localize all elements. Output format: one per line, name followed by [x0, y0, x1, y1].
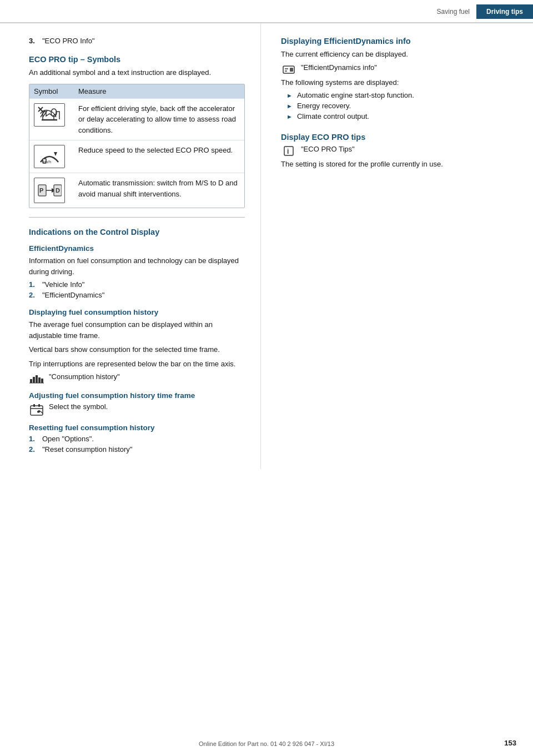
- svg-marker-10: [54, 152, 57, 156]
- step-3-text: "ECO PRO Info": [42, 37, 94, 45]
- step-1-item: 1. "Vehicle Info": [29, 280, 245, 289]
- displaying-efficient-title: Displaying EfficientDynamics info: [281, 37, 511, 46]
- step-3-item: 3. "ECO PRO Info": [29, 37, 245, 45]
- symbol-table: Symbol Measure: [29, 84, 245, 209]
- efficient-info-label: "EfficientDynamics info": [301, 63, 377, 72]
- indications-title: Indications on the Control Display: [29, 228, 245, 236]
- svg-rect-19: [36, 375, 38, 383]
- eco-pro-tip-title: ECO PRO tip – Symbols: [29, 55, 245, 64]
- header-saving-fuel: Saving fuel: [437, 8, 476, 16]
- table-row: For efficient driving style, back off th…: [29, 98, 244, 140]
- transmission-svg: P D: [37, 180, 62, 200]
- speed-icon-box: km/h: [34, 145, 65, 168]
- step-1-text: "Vehicle Info": [42, 280, 84, 289]
- efficient-info-row: "EfficientDynamics info": [281, 63, 511, 74]
- table-row: km/h Reduce speed to the selected ECO PR…: [29, 140, 244, 173]
- consumption-history-row: "Consumption history": [29, 372, 245, 384]
- eco-tips-label: "ECO PRO Tips": [301, 145, 355, 153]
- bar-chart-icon: [29, 374, 44, 384]
- svg-text:i: i: [287, 148, 289, 155]
- bullet-text-3: Climate control output.: [297, 112, 369, 120]
- table-row-text-3: Automatic transmission: switch from M/S …: [78, 178, 240, 199]
- resetting-fuel-title: Resetting fuel consumption history: [29, 424, 245, 432]
- eco-tips-icon: i: [281, 146, 296, 156]
- displaying-fuel-p2: Vertical bars show consumption for the s…: [29, 344, 245, 355]
- bullet-text-1: Automatic engine start-stop function.: [297, 91, 414, 99]
- table-row-text-2: Reduce speed to the selected ECO PRO spe…: [78, 145, 240, 156]
- info-icon: i: [284, 146, 294, 156]
- symbol-table-header: Symbol Measure: [29, 84, 244, 98]
- bullet-arrow-3: ►: [286, 113, 293, 120]
- svg-rect-21: [41, 379, 43, 383]
- bullet-item-2: ► Energy recovery.: [281, 102, 511, 110]
- following-systems-text: The following systems are displayed:: [281, 77, 511, 88]
- displaying-fuel-title: Displaying fuel consumption history: [29, 308, 245, 316]
- svg-text:P: P: [39, 187, 43, 194]
- displaying-efficient-desc: The current efficiency can be displayed.: [281, 49, 511, 60]
- consumption-history-label: "Consumption history": [49, 372, 120, 381]
- reset-step-2-label: 2.: [29, 445, 38, 453]
- step-1-label: 1.: [29, 280, 38, 289]
- page-header: Saving fuel Driving tips: [0, 0, 533, 23]
- reset-step-1-label: 1.: [29, 435, 38, 443]
- col-measure: Measure: [78, 87, 240, 95]
- calendar-icon: [29, 404, 44, 416]
- adjusting-fuel-title: Adjusting fuel consumption history time …: [29, 391, 245, 400]
- step-2-label: 2.: [29, 291, 38, 299]
- svg-rect-20: [38, 377, 41, 383]
- right-column: Displaying EfficientDynamics info The cu…: [261, 23, 533, 469]
- col-symbol: Symbol: [34, 87, 78, 95]
- efficient-dynamics-sub: EfficientDynamics: [29, 244, 245, 253]
- svg-rect-17: [30, 379, 32, 383]
- symbol-icon-transmission: P D: [34, 178, 78, 203]
- svg-text:km/h: km/h: [43, 160, 51, 164]
- transmission-icon-box: P D: [34, 178, 65, 203]
- adjusting-fuel-text: Select the symbol.: [49, 402, 108, 411]
- left-column: 3. "ECO PRO Info" ECO PRO tip – Symbols …: [0, 23, 261, 469]
- table-row-text-1: For efficient driving style, back off th…: [78, 103, 240, 136]
- svg-rect-26: [38, 404, 40, 407]
- bullet-item-3: ► Climate control output.: [281, 112, 511, 120]
- reset-step-2-item: 2. "Reset consumption history": [29, 445, 245, 453]
- svg-rect-18: [33, 377, 35, 383]
- bullet-arrow-2: ►: [286, 103, 293, 110]
- step-2-item: 2. "EfficientDynamics": [29, 291, 245, 299]
- bullet-arrow-1: ►: [286, 92, 293, 99]
- adjusting-fuel-row: Select the symbol.: [29, 402, 245, 416]
- symbol-icon-speed: km/h: [34, 145, 78, 168]
- svg-rect-23: [31, 406, 43, 415]
- reset-step-2-text: "Reset consumption history": [42, 445, 132, 453]
- efficient-info-icon: [281, 64, 296, 74]
- footer-page-number: 153: [504, 739, 516, 747]
- efficient-dynamics-desc: Information on fuel consumption and tech…: [29, 255, 245, 277]
- svg-rect-31: [290, 68, 293, 72]
- displaying-fuel-p1: The average fuel consumption can be disp…: [29, 319, 245, 341]
- svg-text:D: D: [56, 187, 60, 194]
- speed-svg: km/h: [37, 148, 62, 165]
- footer: Online Edition for Part no. 01 40 2 926 …: [0, 740, 533, 747]
- table-row: P D Automatic transmission: switch from …: [29, 173, 244, 208]
- reset-step-1-text: Open "Options".: [42, 435, 94, 443]
- step-3-label: 3.: [29, 37, 38, 45]
- adjusting-fuel-icon: [29, 404, 44, 416]
- display-eco-title: Display ECO PRO tips: [281, 133, 511, 142]
- symbol-icon-accelerator: [34, 103, 78, 127]
- consumption-history-icon: [29, 374, 44, 384]
- bullet-item-1: ► Automatic engine start-stop function.: [281, 91, 511, 99]
- accelerator-icon-box: [34, 103, 65, 127]
- left-separator: [29, 217, 245, 218]
- accelerator-svg: [37, 106, 62, 124]
- svg-rect-25: [33, 404, 35, 407]
- eco-pro-tip-desc: An additional symbol and a text instruct…: [29, 67, 245, 78]
- step-2-text: "EfficientDynamics": [42, 291, 104, 299]
- efficient-dynamics-icon: [283, 64, 295, 74]
- footer-online-edition: Online Edition for Part no. 01 40 2 926 …: [199, 740, 334, 747]
- eco-tips-row: i "ECO PRO Tips": [281, 145, 511, 156]
- eco-tips-desc: The setting is stored for the profile cu…: [281, 159, 511, 170]
- reset-step-1-item: 1. Open "Options".: [29, 435, 245, 443]
- main-content: 3. "ECO PRO Info" ECO PRO tip – Symbols …: [0, 23, 533, 469]
- bullet-text-2: Energy recovery.: [297, 102, 351, 110]
- displaying-fuel-p3: Trip interruptions are represented below…: [29, 359, 245, 370]
- header-driving-tips: Driving tips: [476, 4, 533, 19]
